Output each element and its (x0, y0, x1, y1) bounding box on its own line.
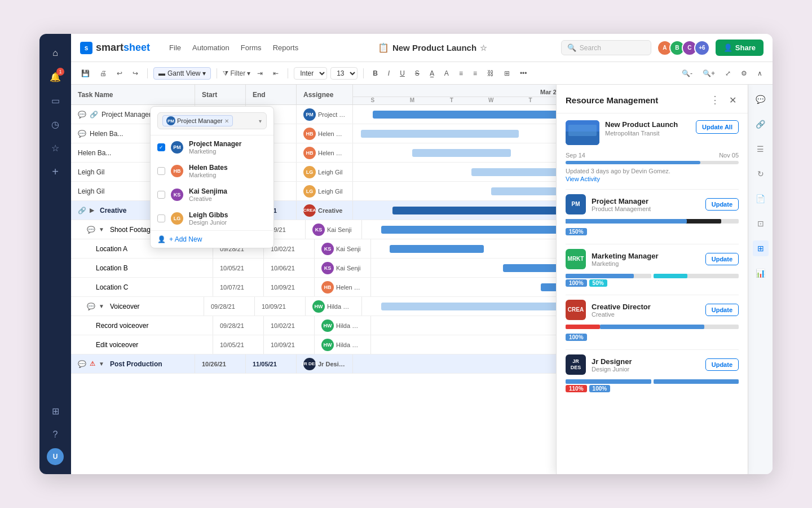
link-btn[interactable]: ⛓ (484, 68, 497, 79)
cell-task: 💬 ▼ Voiceover (80, 297, 204, 316)
rp-bar-bg (566, 219, 739, 224)
update-button-crea[interactable]: Update (705, 304, 739, 316)
cell-start: 10/05/21 (213, 335, 264, 354)
help-icon[interactable]: ? (45, 424, 65, 445)
fit-btn[interactable]: ⤢ (722, 68, 734, 79)
checkbox-1[interactable] (157, 143, 165, 151)
undo-icon[interactable]: ↩ (113, 68, 126, 79)
settings-btn[interactable]: ⚙ (738, 68, 751, 79)
rp-view-activity[interactable]: View Activity (566, 176, 739, 182)
rp-bar-bg (566, 274, 651, 278)
svg-rect-2 (568, 125, 597, 136)
pct-badge-crea: 100% (566, 334, 587, 341)
search-box[interactable]: 🔍 Search (561, 40, 651, 55)
rps-archive-icon[interactable]: ⊡ (753, 216, 769, 231)
underline-btn[interactable]: U (396, 68, 408, 79)
filter-button[interactable]: ⧩ Filter ▾ (223, 69, 250, 77)
size-select[interactable]: 13 (330, 67, 358, 80)
update-button-pm[interactable]: Update (705, 198, 739, 211)
rp-pct-row: 100% 50% (566, 279, 739, 287)
rps-resource-icon[interactable]: ⊞ (753, 240, 769, 256)
zoom-out-btn[interactable]: 🔍- (678, 68, 696, 79)
highlight-btn[interactable]: A̲ (426, 68, 438, 79)
rps-refresh-icon[interactable]: ↻ (753, 166, 769, 182)
collapse-btn[interactable]: ∧ (754, 68, 766, 79)
font-select[interactable]: Inter (294, 67, 327, 80)
clock-icon[interactable]: ◷ (45, 114, 65, 134)
rps-link-icon[interactable]: 🔗 (753, 116, 769, 132)
checkbox-3[interactable] (157, 191, 165, 199)
notifications-icon[interactable]: 🔔 1 (45, 67, 65, 87)
bold-btn[interactable]: B (369, 68, 381, 79)
add-icon[interactable]: + (45, 161, 65, 182)
assignee-avatar: CREA (303, 204, 316, 217)
dropdown-search-area: PM Project Manager ✕ ▾ (151, 107, 273, 135)
col-header-task: Task Name (71, 85, 195, 104)
menu-file[interactable]: File (164, 41, 187, 54)
text-color-btn[interactable]: A (441, 68, 452, 79)
menu-automation[interactable]: Automation (187, 41, 235, 54)
rp-project-card: New Product Launch Metropolitan Transit … (566, 120, 739, 145)
rps-list-icon[interactable]: ☰ (753, 141, 769, 157)
top-bar-center: 📋 New Product Launch ☆ (313, 42, 552, 53)
grid-icon[interactable]: ⊞ (45, 401, 65, 421)
redo-icon[interactable]: ↪ (129, 68, 142, 79)
rp-bar-bg-2 (654, 379, 739, 384)
outdent-btn[interactable]: ⇤ (270, 68, 282, 79)
menu-reports[interactable]: Reports (267, 41, 304, 54)
rp-header: Resource Management ⋮ ✕ (557, 85, 748, 113)
tag-avatar: PM (166, 116, 175, 125)
rp-body: New Product Launch Metropolitan Transit … (557, 113, 748, 474)
zoom-in-btn[interactable]: 🔍+ (699, 68, 718, 79)
cell-end: 10/02/21 (264, 316, 315, 335)
dropdown-item[interactable]: KS Kai Senjima Creative (151, 183, 273, 207)
dropdown-item[interactable]: PM Project Manager Marketing (151, 135, 273, 159)
folders-icon[interactable]: ▭ (45, 90, 65, 111)
user-avatar[interactable]: U (47, 448, 64, 465)
update-button-mrkt[interactable]: Update (705, 253, 739, 265)
rps-doc-icon[interactable]: 📄 (753, 191, 769, 207)
assignee-avatar: HW (321, 339, 334, 351)
rps-chart-icon[interactable]: 📊 (753, 265, 769, 281)
message-icon: 💬 (87, 226, 95, 234)
share-button[interactable]: 👤 Share (716, 40, 764, 56)
align-center-btn[interactable]: ≡ (470, 68, 480, 79)
menu-forms[interactable]: Forms (235, 41, 267, 54)
rp-project-name: New Product Launch (605, 120, 690, 129)
resource-management-panel: Resource Management ⋮ ✕ (556, 85, 748, 474)
gantt-view-button[interactable]: ▬ Gantt View ▾ (153, 67, 211, 80)
tag-remove-icon[interactable]: ✕ (224, 118, 229, 124)
rp-updated-text: Updated 3 days ago by Devin Gomez. (566, 168, 739, 174)
save-icon[interactable]: 💾 (78, 68, 93, 79)
assignee-avatar: HB (303, 147, 316, 159)
rps-chat-icon[interactable]: 💬 (753, 91, 769, 107)
print-icon[interactable]: 🖨 (96, 68, 110, 79)
strikethrough-btn[interactable]: S (412, 68, 423, 79)
rp-role-header: MRKT Marketing Manager Marketing Update (566, 249, 739, 269)
col-header-start: Start (195, 85, 246, 104)
update-all-button[interactable]: Update All (696, 120, 739, 134)
right-panel-sidebar: 💬 🔗 ☰ ↻ 📄 ⊡ ⊞ 📊 (748, 85, 773, 474)
home-icon[interactable]: ⌂ (45, 43, 65, 63)
dropdown-search-inner[interactable]: PM Project Manager ✕ ▾ (157, 112, 267, 129)
rp-bars-jr (566, 379, 739, 384)
update-button-jr[interactable]: Update (705, 358, 739, 371)
rp-close-icon[interactable]: ✕ (727, 94, 739, 107)
logo-icon: s (80, 42, 92, 54)
dropdown-add-new[interactable]: 👤 + Add New (151, 230, 273, 248)
favorite-icon[interactable]: ☆ (480, 43, 487, 52)
italic-btn[interactable]: I (385, 68, 393, 79)
avatar-group: A B C +6 (657, 40, 710, 56)
dropdown-item[interactable]: HB Helen Bates Marketing (151, 159, 273, 183)
more-btn[interactable]: ••• (517, 68, 531, 79)
align-left-btn[interactable]: ≡ (456, 68, 466, 79)
assignee-avatar: KS (312, 224, 325, 236)
star-nav-icon[interactable]: ☆ (45, 138, 65, 158)
rp-more-icon[interactable]: ⋮ (708, 93, 722, 107)
dropdown-item[interactable]: LG Leigh Gibbs Design Junior (151, 207, 273, 230)
indent-btn[interactable]: ⇥ (254, 68, 266, 79)
table-btn[interactable]: ⊞ (501, 68, 513, 79)
role-info: Jr Designer Design Junior (592, 357, 700, 373)
checkbox-2[interactable] (157, 167, 165, 175)
checkbox-4[interactable] (157, 214, 165, 222)
